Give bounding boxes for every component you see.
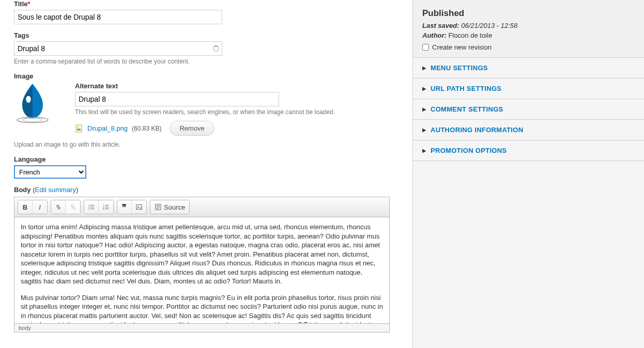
image-label: Image [14,72,402,80]
sidebar-header: Published Last saved: 06/21/2013 - 12:58… [413,0,644,58]
accordion-comment-settings[interactable]: ▶ COMMENT SETTINGS [413,99,644,120]
accordion-menu-settings[interactable]: ▶ MENU SETTINGS [413,58,644,78]
alt-text-label: Alternate text [75,82,402,90]
autocomplete-throbber-icon [213,45,219,52]
tags-input[interactable] [14,41,222,56]
language-label: Language [14,155,402,163]
editor-content[interactable]: In tortor urna enim! Adipiscing massa tr… [14,217,389,323]
image-upload-description: Upload an image to go with this article. [14,141,402,148]
title-field-wrapper: Title* [14,0,402,24]
title-input[interactable] [14,10,222,24]
svg-text:3: 3 [103,208,104,210]
image-button[interactable] [132,200,146,214]
remove-button[interactable]: Remove [170,121,214,136]
create-revision-label: Create new revision [432,43,492,51]
language-field-wrapper: Language French [14,155,402,179]
alt-text-description: This text will be used by screen readers… [75,108,402,116]
accordion-promotion-options[interactable]: ▶ PROMOTION OPTIONS [413,140,644,161]
italic-button[interactable]: I [33,200,47,214]
tags-field-wrapper: Tags Enter a comma-separated list of wor… [14,31,402,65]
language-select[interactable]: French [14,165,86,179]
editor-status-bar: body [14,323,389,332]
title-label: Title* [14,0,402,8]
file-link[interactable]: Drupal_8.png [87,124,128,132]
svg-point-2 [22,118,43,122]
author-value: Flocon de toile [449,31,493,39]
chevron-right-icon: ▶ [422,148,426,153]
source-button[interactable]: Source [150,200,189,214]
svg-point-6 [88,205,89,206]
accordion-authoring-information[interactable]: ▶ AUTHORING INFORMATION [413,120,644,140]
rich-text-editor: B I 123 ❞ [14,197,390,333]
svg-point-8 [88,209,89,210]
chevron-right-icon: ▶ [422,127,426,133]
file-size: (60.83 KB) [132,125,161,132]
last-saved-value: 06/21/2013 - 12:58 [461,22,517,29]
svg-point-7 [88,207,89,208]
chevron-right-icon: ▶ [422,106,426,112]
create-revision-checkbox[interactable] [422,44,429,51]
unlink-button[interactable] [66,200,80,214]
svg-point-5 [78,126,79,128]
author-label: Author: [422,31,447,39]
tags-description: Enter a comma-separated list of words to… [14,58,402,65]
chevron-right-icon: ▶ [422,65,426,71]
tags-label: Tags [14,31,402,39]
file-icon [75,124,83,133]
link-button[interactable] [51,200,66,214]
image-thumbnail [14,82,66,134]
edit-summary-link[interactable]: Edit summary [35,186,75,194]
svg-rect-4 [77,129,81,131]
numbered-list-button[interactable]: 123 [99,200,113,214]
blockquote-button[interactable]: ❞ [117,200,132,214]
publish-status: Published [422,8,635,19]
bold-button[interactable]: B [18,200,33,214]
editor-toolbar: B I 123 ❞ [14,197,389,217]
accordion-url-path-settings[interactable]: ▶ URL PATH SETTINGS [413,78,644,99]
svg-point-0 [26,96,30,103]
last-saved-label: Last saved: [422,22,459,29]
alt-text-input[interactable] [75,92,279,106]
chevron-right-icon: ▶ [422,86,426,91]
sidebar: Published Last saved: 06/21/2013 - 12:58… [412,0,644,348]
bullet-list-button[interactable] [84,200,99,214]
main-form: Title* Tags Enter a comma-separated list… [0,0,412,348]
drupal-logo-icon [14,82,51,123]
body-field-wrapper: Body (Edit summary) B I 123 [14,186,402,333]
body-label: Body [14,186,31,194]
image-field-wrapper: Image Alternate text This text will be u… [14,72,402,148]
